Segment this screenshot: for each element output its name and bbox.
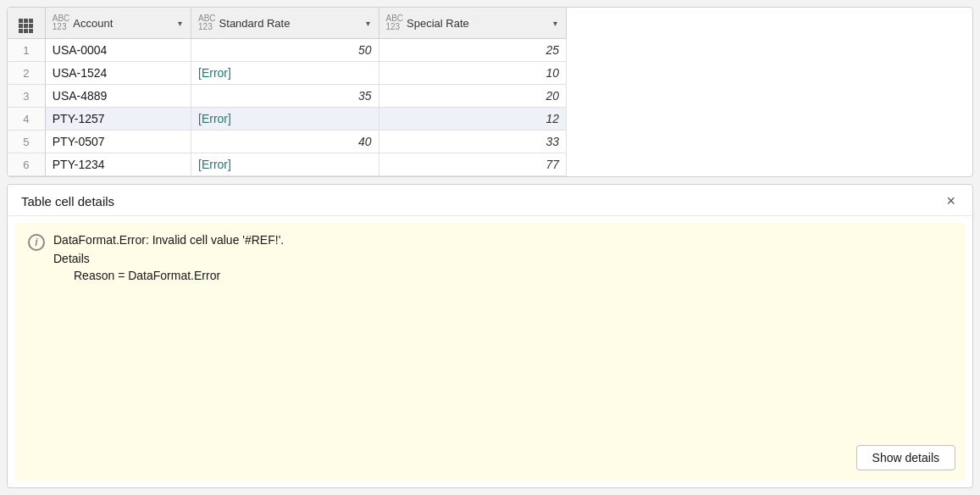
close-button[interactable]: × (943, 193, 959, 209)
table-row: 5PTY-05074033 (8, 131, 567, 153)
cell-special-rate[interactable]: 77 (379, 153, 567, 176)
error-reason: Reason = DataFormat.Error (53, 269, 284, 282)
cell-account[interactable]: USA-0004 (45, 39, 191, 62)
table-section: ABC123 Account ▾ ABC123 Standard Rate (7, 7, 973, 177)
cell-special-rate[interactable]: 20 (379, 85, 567, 108)
column-header-account: ABC123 Account ▾ (45, 8, 191, 39)
cell-account[interactable]: PTY-1257 (45, 108, 191, 131)
details-title: Table cell details (21, 194, 114, 209)
details-body: i DataFormat.Error: Invalid cell value '… (14, 223, 966, 481)
table-row: 3USA-48893520 (8, 85, 567, 108)
error-message: DataFormat.Error: Invalid cell value '#R… (53, 233, 284, 247)
cell-special-rate[interactable]: 33 (379, 131, 567, 153)
info-icon: i (28, 234, 45, 251)
column-dropdown-standard-rate[interactable]: ▾ (364, 19, 372, 28)
error-content: i DataFormat.Error: Invalid cell value '… (28, 233, 952, 282)
cell-account[interactable]: PTY-0507 (45, 131, 191, 153)
cell-account[interactable]: USA-4889 (45, 85, 191, 108)
cell-account[interactable]: PTY-1234 (45, 153, 191, 176)
row-index: 4 (8, 108, 45, 131)
row-index: 3 (8, 85, 45, 108)
row-index: 1 (8, 39, 45, 62)
column-header-standard-rate: ABC123 Standard Rate ▾ (191, 8, 379, 39)
cell-account[interactable]: USA-1524 (45, 62, 191, 85)
main-container: ABC123 Account ▾ ABC123 Standard Rate (0, 0, 980, 495)
grid-icon (19, 19, 33, 33)
cell-standard-rate[interactable]: [Error] (191, 108, 379, 131)
column-header-special-rate: ABC123 Special Rate ▾ (379, 8, 567, 39)
type-label-account: ABC123 (53, 14, 70, 31)
show-details-button[interactable]: Show details (856, 445, 955, 470)
error-text-block: DataFormat.Error: Invalid cell value '#R… (53, 233, 284, 282)
column-label-account: Account (73, 17, 113, 30)
table-row: 1USA-00045025 (8, 39, 567, 62)
column-dropdown-special-rate[interactable]: ▾ (551, 19, 559, 28)
type-label-standard: ABC123 (198, 14, 216, 31)
table-corner-header (8, 8, 45, 39)
table-row: 4PTY-1257[Error]12 (8, 108, 567, 131)
type-label-special: ABC123 (386, 14, 404, 31)
details-header: Table cell details × (8, 185, 972, 216)
cell-special-rate[interactable]: 25 (379, 39, 567, 62)
row-index: 6 (8, 153, 45, 176)
column-dropdown-account[interactable]: ▾ (176, 19, 184, 28)
table-row: 6PTY-1234[Error]77 (8, 153, 567, 176)
table-row: 2USA-1524[Error]10 (8, 62, 567, 85)
details-panel: Table cell details × i DataFormat.Error:… (7, 184, 973, 488)
data-table: ABC123 Account ▾ ABC123 Standard Rate (8, 8, 567, 176)
row-index: 2 (8, 62, 45, 85)
cell-standard-rate[interactable]: 50 (191, 39, 379, 62)
column-label-standard-rate: Standard Rate (219, 17, 291, 30)
row-index: 5 (8, 131, 45, 153)
cell-standard-rate[interactable]: 40 (191, 131, 379, 153)
cell-standard-rate[interactable]: [Error] (191, 153, 379, 176)
cell-standard-rate[interactable]: [Error] (191, 62, 379, 85)
column-label-special-rate: Special Rate (407, 17, 469, 30)
cell-standard-rate[interactable]: 35 (191, 85, 379, 108)
cell-special-rate[interactable]: 12 (379, 108, 567, 131)
cell-special-rate[interactable]: 10 (379, 62, 567, 85)
error-details-label: Details (53, 252, 284, 265)
